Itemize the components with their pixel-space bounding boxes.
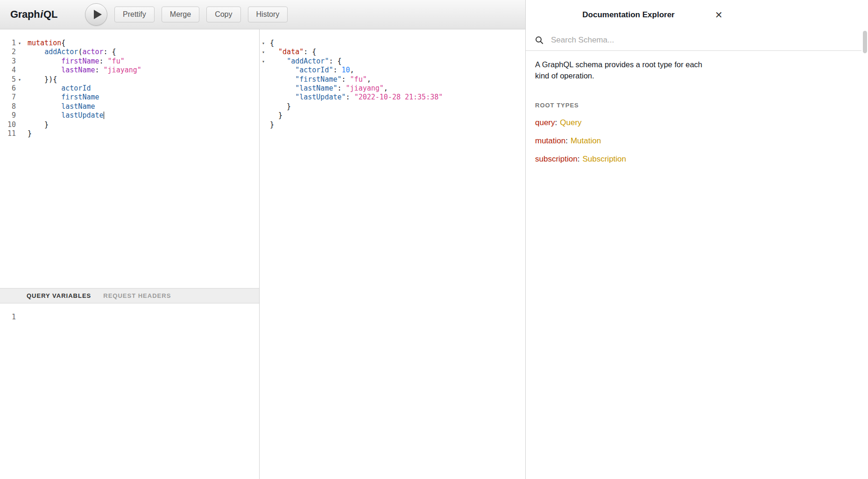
fold-arrow-icon[interactable]: ▾ bbox=[260, 57, 267, 66]
tab-query-variables[interactable]: QUERY VARIABLES bbox=[27, 292, 91, 299]
fold-arrow-icon[interactable]: ▾ bbox=[16, 75, 23, 84]
graphiql-logo: GraphiQL bbox=[10, 8, 51, 21]
code-token: : { bbox=[104, 48, 116, 56]
code-token: lastUpdate bbox=[61, 111, 103, 120]
code-line[interactable]: lastName bbox=[28, 102, 141, 111]
code-line[interactable]: } bbox=[270, 111, 443, 120]
root-type-subscription: subscription:Subscription bbox=[535, 155, 859, 163]
history-button[interactable]: History bbox=[248, 7, 288, 22]
root-type-mutation: mutation:Mutation bbox=[535, 137, 859, 145]
merge-button[interactable]: Merge bbox=[162, 7, 199, 22]
fold-spacer bbox=[16, 102, 23, 111]
code-token: : bbox=[99, 57, 108, 65]
toolbar: GraphiQL Prettify Merge Copy History bbox=[0, 0, 525, 29]
doc-body: A GraphQL schema provides a root type fo… bbox=[526, 51, 868, 163]
gutter-line bbox=[260, 111, 267, 120]
fold-arrow-icon[interactable]: ▾ bbox=[260, 48, 267, 56]
fold-spacer bbox=[16, 48, 23, 56]
graphiql-app: GraphiQL Prettify Merge Copy History 1▾2… bbox=[0, 0, 868, 479]
doc-search-input[interactable] bbox=[550, 35, 704, 45]
code-line[interactable]: } bbox=[28, 120, 141, 129]
type-link-subscription[interactable]: Subscription bbox=[582, 155, 626, 163]
code-line[interactable]: "data": { bbox=[270, 48, 443, 56]
code-token: firstName bbox=[61, 57, 99, 65]
result-viewer[interactable]: ▾▾▾ { "data": { "addActor": { "actorId":… bbox=[260, 29, 525, 129]
code-line[interactable]: }){ bbox=[28, 75, 141, 84]
code-line[interactable]: actorId bbox=[28, 84, 141, 93]
code-token: addActor bbox=[44, 48, 78, 56]
code-token: "fu" bbox=[350, 75, 367, 84]
code-token bbox=[28, 48, 44, 56]
code-token bbox=[270, 57, 287, 65]
line-number: 11 bbox=[0, 129, 16, 138]
code-token: "lastUpdate" bbox=[295, 93, 346, 101]
schema-description: A GraphQL schema provides a root type fo… bbox=[535, 59, 718, 81]
gutter-line: 6 bbox=[0, 84, 23, 93]
variables-editor-gutter: 1 bbox=[0, 313, 23, 479]
gutter-line bbox=[260, 120, 267, 129]
type-link-query[interactable]: Query bbox=[560, 118, 581, 127]
code-token: } bbox=[270, 120, 274, 129]
prettify-button[interactable]: Prettify bbox=[114, 7, 155, 22]
code-line[interactable]: "actorId": 10, bbox=[270, 66, 443, 75]
code-line[interactable]: } bbox=[270, 102, 443, 111]
fold-arrow-icon[interactable]: ▾ bbox=[16, 39, 23, 48]
code-token bbox=[270, 93, 295, 101]
fold-spacer bbox=[16, 66, 23, 75]
type-link-mutation[interactable]: Mutation bbox=[571, 136, 601, 145]
doc-scrollbar[interactable] bbox=[863, 31, 867, 53]
code-token: : { bbox=[329, 57, 341, 65]
code-token: : bbox=[95, 66, 104, 74]
code-token: "actorId" bbox=[295, 66, 333, 74]
code-line[interactable]: mutation{ bbox=[28, 39, 141, 48]
variables-editor[interactable]: 1 bbox=[0, 303, 259, 479]
gutter-line: 1 bbox=[0, 313, 23, 322]
gutter-line: 9 bbox=[0, 111, 23, 120]
code-line[interactable]: "lastName": "jiayang", bbox=[270, 84, 443, 93]
root-types-header: ROOT TYPES bbox=[535, 102, 859, 109]
fold-spacer bbox=[16, 120, 23, 129]
fold-spacer bbox=[260, 120, 267, 129]
code-token: "2022-10-28 21:35:38" bbox=[354, 93, 443, 101]
code-token bbox=[28, 111, 61, 120]
query-editor-code[interactable]: mutation{ addActor(actor: { firstName: "… bbox=[23, 39, 141, 288]
fold-spacer bbox=[16, 84, 23, 93]
query-editor[interactable]: 1▾2345▾67891011 mutation{ addActor(actor… bbox=[0, 29, 259, 288]
code-line[interactable]: addActor(actor: { bbox=[28, 48, 141, 56]
code-line[interactable]: { bbox=[270, 39, 443, 48]
execute-button[interactable] bbox=[85, 3, 107, 26]
code-line[interactable]: lastUpdate bbox=[28, 111, 141, 120]
code-line[interactable]: "firstName": "fu", bbox=[270, 75, 443, 84]
variables-editor-code[interactable] bbox=[23, 313, 28, 479]
code-token: } bbox=[28, 129, 32, 138]
play-icon bbox=[94, 10, 102, 19]
copy-button[interactable]: Copy bbox=[206, 7, 240, 22]
line-number: 9 bbox=[0, 111, 16, 120]
code-token: : bbox=[346, 93, 354, 101]
tab-request-headers[interactable]: REQUEST HEADERS bbox=[103, 292, 171, 299]
code-line[interactable]: } bbox=[270, 120, 443, 129]
code-token: "firstName" bbox=[295, 75, 341, 84]
fold-arrow-icon[interactable]: ▾ bbox=[260, 39, 267, 48]
close-button[interactable]: ✕ bbox=[712, 0, 726, 29]
code-line[interactable]: lastName: "jiayang" bbox=[28, 66, 141, 75]
fold-spacer bbox=[260, 66, 267, 75]
code-token: } bbox=[28, 120, 49, 129]
code-line[interactable]: "lastUpdate": "2022-10-28 21:35:38" bbox=[270, 93, 443, 102]
code-token: lastName bbox=[61, 102, 95, 111]
code-token: } bbox=[270, 102, 291, 111]
secondary-editor-title-bar[interactable]: QUERY VARIABLES REQUEST HEADERS bbox=[0, 288, 259, 303]
gutter-line bbox=[260, 102, 267, 111]
code-token bbox=[28, 93, 61, 101]
code-token bbox=[28, 84, 61, 92]
code-token: { bbox=[270, 39, 274, 47]
gutter-line bbox=[260, 66, 267, 75]
code-token: , bbox=[350, 66, 354, 74]
code-line[interactable]: firstName bbox=[28, 93, 141, 102]
code-line[interactable]: firstName: "fu" bbox=[28, 57, 141, 66]
line-number: 4 bbox=[0, 66, 16, 75]
code-token: "jiayang" bbox=[346, 84, 384, 92]
code-token bbox=[28, 66, 61, 74]
code-line[interactable]: } bbox=[28, 129, 141, 138]
code-line[interactable]: "addActor": { bbox=[270, 57, 443, 66]
